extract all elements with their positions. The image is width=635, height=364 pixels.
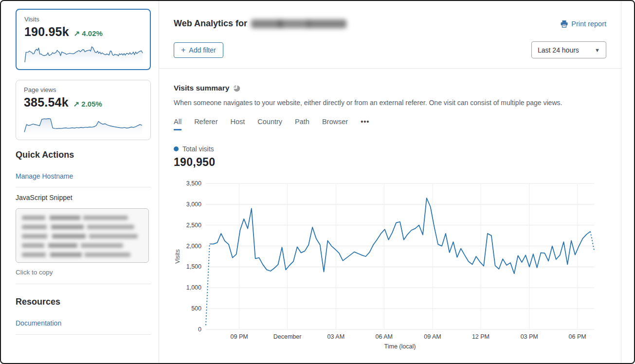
svg-text:Visits: Visits xyxy=(174,249,181,264)
visits-card-label: Visits xyxy=(24,16,142,23)
divider xyxy=(16,334,151,335)
visits-chart: 05001,0001,5002,0002,5003,0003,50009 PMD… xyxy=(174,178,602,352)
summary-tabs: AllRefererHostCountryPathBrowser••• xyxy=(174,118,606,130)
visits-card-value: 190.95k xyxy=(24,25,69,39)
chevron-down-icon: ▼ xyxy=(595,47,600,53)
divider xyxy=(16,284,151,284)
legend-dot-icon xyxy=(174,146,179,151)
svg-text:1,500: 1,500 xyxy=(186,263,201,270)
legend-label: Total visits xyxy=(182,145,214,153)
tab-all[interactable]: All xyxy=(174,118,181,130)
svg-text:2,500: 2,500 xyxy=(186,222,201,229)
svg-text:1,000: 1,000 xyxy=(186,284,201,291)
visits-card-delta: ↗ 4.02% xyxy=(74,29,103,38)
app-window: Visits 190.95k ↗ 4.02% Page views 385.54… xyxy=(0,0,635,364)
trend-up-icon: ↗ xyxy=(74,29,80,38)
svg-text:Time (local): Time (local) xyxy=(384,343,416,350)
chart-legend: Total visits xyxy=(174,145,606,153)
page-views-card-value: 385.54k xyxy=(24,95,69,109)
visits-summary-title: Visits summary xyxy=(174,84,229,92)
page-views-sparkline xyxy=(24,113,143,135)
svg-text:0: 0 xyxy=(198,326,201,333)
print-report-link[interactable]: Print report xyxy=(560,20,606,28)
svg-text:December: December xyxy=(273,333,302,340)
blurred-domain xyxy=(251,19,346,28)
page-views-metric-card[interactable]: Page views 385.54k ↗ 2.05% xyxy=(16,80,151,140)
redacted-code-line xyxy=(22,253,130,257)
redacted-code-line xyxy=(22,216,128,220)
redacted-code-line xyxy=(22,234,138,238)
page-views-card-label: Page views xyxy=(24,86,143,93)
sidebar: Visits 190.95k ↗ 4.02% Page views 385.54… xyxy=(1,1,159,363)
time-range-select[interactable]: Last 24 hours ▼ xyxy=(531,41,606,58)
resources-heading: Resources xyxy=(16,297,151,307)
js-snippet-box[interactable] xyxy=(16,208,149,263)
svg-text:3,000: 3,000 xyxy=(186,201,201,208)
total-visits-value: 190,950 xyxy=(174,156,606,169)
divider xyxy=(16,187,151,187)
divider xyxy=(159,68,621,69)
svg-text:09 PM: 09 PM xyxy=(231,333,248,340)
documentation-link[interactable]: Documentation xyxy=(16,319,61,327)
plus-icon: + xyxy=(181,48,185,53)
click-to-copy-hint: Click to copy xyxy=(16,269,151,276)
svg-text:03 PM: 03 PM xyxy=(521,333,538,340)
redacted-code-line xyxy=(22,243,123,248)
tab-referer[interactable]: Referer xyxy=(194,118,218,130)
svg-text:12 PM: 12 PM xyxy=(472,333,490,340)
tab-path[interactable]: Path xyxy=(295,118,309,130)
visits-summary-description: When someone navigates to your website, … xyxy=(174,99,606,107)
visits-metric-card[interactable]: Visits 190.95k ↗ 4.02% xyxy=(16,9,151,70)
svg-text:06 AM: 06 AM xyxy=(376,333,393,340)
svg-text:09 AM: 09 AM xyxy=(424,333,441,340)
svg-text:03 AM: 03 AM xyxy=(327,333,345,340)
tab-browser[interactable]: Browser xyxy=(322,118,348,130)
visits-sparkline xyxy=(24,43,143,64)
add-filter-button[interactable]: + Add filter xyxy=(174,42,223,58)
manage-hostname-link[interactable]: Manage Hostname xyxy=(16,172,73,180)
svg-text:3,500: 3,500 xyxy=(186,180,201,187)
page-title: Web Analytics for xyxy=(174,18,346,29)
trend-up-icon: ↗ xyxy=(73,100,80,109)
printer-icon xyxy=(560,20,568,28)
page-views-card-delta: ↗ 2.05% xyxy=(73,100,102,109)
tab-more[interactable]: ••• xyxy=(361,118,369,130)
svg-text:2,000: 2,000 xyxy=(186,243,201,250)
redacted-code-line xyxy=(22,225,134,229)
svg-text:500: 500 xyxy=(191,305,201,312)
main-panel: Web Analytics for Print report + Add fil… xyxy=(159,1,621,363)
right-gutter xyxy=(621,1,634,363)
js-snippet-label: JavaScript Snippet xyxy=(16,194,151,201)
quick-actions-heading: Quick Actions xyxy=(16,150,151,160)
svg-text:06 PM: 06 PM xyxy=(569,333,586,340)
tab-country[interactable]: Country xyxy=(257,118,282,130)
tab-host[interactable]: Host xyxy=(230,118,245,130)
pie-chart-icon[interactable] xyxy=(233,85,240,92)
